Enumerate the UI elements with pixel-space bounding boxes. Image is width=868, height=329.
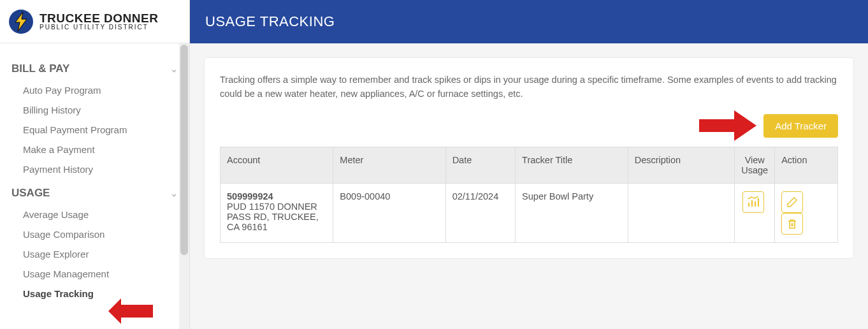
nav-item-payment-history[interactable]: Payment History bbox=[0, 159, 189, 179]
cell-description bbox=[628, 183, 735, 242]
nav-group-usage[interactable]: USAGE ⌃ bbox=[0, 179, 189, 205]
account-number: 509999924 bbox=[227, 191, 273, 201]
chevron-up-icon: ⌃ bbox=[170, 64, 178, 74]
nav-item-usage-management[interactable]: Usage Management bbox=[0, 264, 189, 284]
sidebar-scrollbar[interactable] bbox=[179, 43, 189, 329]
nav-group-label: BILL & PAY bbox=[11, 62, 69, 75]
nav-item-usage-tracking[interactable]: Usage Tracking bbox=[0, 284, 189, 303]
table-row: 509999924 PUD 11570 DONNER PASS RD, TRUC… bbox=[221, 183, 838, 242]
th-action: Action bbox=[775, 147, 838, 183]
cell-account: 509999924 PUD 11570 DONNER PASS RD, TRUC… bbox=[221, 183, 333, 242]
page-title: USAGE TRACKING bbox=[190, 0, 868, 43]
th-description: Description bbox=[628, 147, 735, 183]
intro-text: Tracking offers a simple way to remember… bbox=[220, 73, 838, 101]
th-tracker: Tracker Title bbox=[516, 147, 628, 183]
nav-item-auto-pay[interactable]: Auto Pay Program bbox=[0, 80, 189, 100]
nav-item-usage-comparison[interactable]: Usage Comparison bbox=[0, 224, 189, 244]
add-tracker-button[interactable]: Add Tracker bbox=[763, 114, 838, 138]
nav-item-usage-explorer[interactable]: Usage Explorer bbox=[0, 244, 189, 264]
th-view-usage: View Usage bbox=[735, 147, 775, 183]
logo: TRUCKEE DONNER PUBLIC UTILITY DISTRICT bbox=[0, 0, 189, 43]
cell-action bbox=[775, 183, 838, 242]
action-row: Add Tracker bbox=[220, 114, 838, 138]
logo-icon bbox=[9, 10, 33, 34]
logo-main-text: TRUCKEE DONNER bbox=[40, 12, 158, 24]
nav-item-billing-history[interactable]: Billing History bbox=[0, 100, 189, 120]
sidebar: TRUCKEE DONNER PUBLIC UTILITY DISTRICT B… bbox=[0, 0, 190, 329]
delete-button[interactable] bbox=[781, 213, 803, 235]
bar-chart-icon bbox=[748, 196, 759, 208]
th-meter: Meter bbox=[333, 147, 445, 183]
account-address: PUD 11570 DONNER PASS RD, TRUCKEE, CA 96… bbox=[227, 201, 319, 232]
cell-meter: B009-00040 bbox=[333, 183, 445, 242]
nav-group-bill-pay[interactable]: BILL & PAY ⌃ bbox=[0, 55, 189, 80]
nav-item-equal-payment[interactable]: Equal Payment Program bbox=[0, 120, 189, 140]
cell-view-usage bbox=[735, 183, 775, 242]
callout-arrow-add-icon bbox=[699, 110, 756, 141]
nav-item-average-usage[interactable]: Average Usage bbox=[0, 205, 189, 224]
tracker-table: Account Meter Date Tracker Title Descrip… bbox=[220, 147, 838, 243]
sidebar-nav: BILL & PAY ⌃ Auto Pay Program Billing Hi… bbox=[0, 43, 189, 303]
logo-sub-text: PUBLIC UTILITY DISTRICT bbox=[40, 24, 158, 31]
tracking-card: Tracking offers a simple way to remember… bbox=[204, 57, 854, 259]
trash-icon bbox=[787, 219, 797, 229]
nav-group-label: USAGE bbox=[11, 187, 50, 200]
pencil-icon bbox=[787, 197, 797, 207]
main-area: USAGE TRACKING Tracking offers a simple … bbox=[190, 0, 868, 329]
chevron-up-icon: ⌃ bbox=[170, 188, 178, 198]
edit-button[interactable] bbox=[781, 191, 803, 213]
th-date: Date bbox=[445, 147, 515, 183]
cell-date: 02/11/2024 bbox=[445, 183, 515, 242]
nav-item-make-payment[interactable]: Make a Payment bbox=[0, 140, 189, 159]
cell-tracker: Super Bowl Party bbox=[516, 183, 628, 242]
th-account: Account bbox=[221, 147, 333, 183]
view-usage-button[interactable] bbox=[742, 191, 764, 213]
callout-arrow-sidebar-icon bbox=[108, 298, 153, 324]
scrollbar-thumb[interactable] bbox=[180, 45, 188, 255]
